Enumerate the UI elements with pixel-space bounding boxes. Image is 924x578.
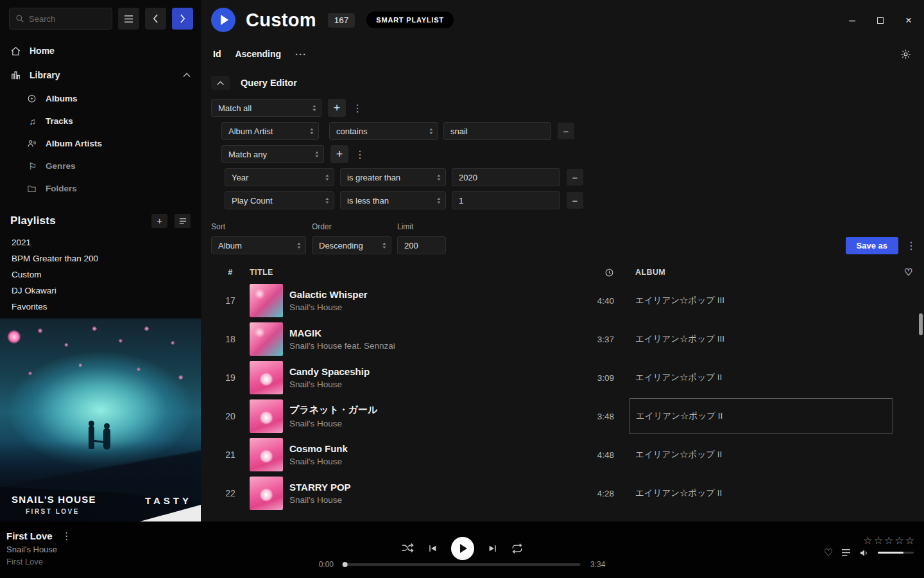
table-row[interactable]: 17 Galactic Whisper Snail's House 4:40 エ… — [211, 281, 924, 320]
collapse-chevron[interactable] — [183, 73, 191, 78]
sidebar-item-genres[interactable]: ⚐ Genres — [0, 155, 201, 177]
group-menu-button[interactable]: ⋮ — [355, 148, 363, 161]
match-any-select[interactable]: Match any ▲▼ — [221, 145, 324, 163]
star-icon[interactable]: ☆ — [894, 534, 904, 547]
rule-field-select[interactable]: Album Artist ▲▼ — [221, 122, 319, 140]
nav-back-button[interactable] — [145, 8, 166, 30]
limit-input[interactable] — [397, 236, 446, 254]
window-maximize-button[interactable] — [871, 13, 889, 28]
header-title[interactable]: TITLE — [250, 268, 569, 277]
list-icon — [179, 218, 187, 225]
nav-forward-button[interactable] — [172, 8, 193, 30]
table-row[interactable]: 21 Cosmo Funk Snail's House 4:48 エイリアン☆ポ… — [211, 435, 924, 474]
header-index[interactable]: # — [211, 268, 250, 277]
track-art-thumbnail[interactable] — [250, 322, 283, 356]
track-art-thumbnail[interactable] — [250, 477, 283, 510]
rule-value-input[interactable] — [452, 168, 560, 186]
sort-select[interactable]: Album ▲▼ — [211, 236, 306, 254]
playlist-item[interactable]: Favorites — [0, 299, 201, 315]
star-icon[interactable]: ☆ — [905, 534, 915, 547]
more-options-button[interactable]: ··· — [295, 49, 307, 60]
sort-field-button[interactable]: Id — [213, 49, 221, 59]
track-art-thumbnail[interactable] — [250, 438, 283, 471]
rule-value-input[interactable] — [443, 122, 551, 140]
table-row[interactable]: 19 Candy Spaceship Snail's House 3:09 エイ… — [211, 358, 924, 397]
sidebar-item-folders[interactable]: Folders — [0, 177, 201, 200]
track-album[interactable]: エイリアン☆ポップ II — [629, 475, 893, 511]
settings-button[interactable] — [900, 49, 911, 60]
repeat-button[interactable] — [511, 543, 523, 554]
rule-field-select[interactable]: Year ▲▼ — [225, 168, 334, 186]
shuffle-button[interactable] — [401, 543, 414, 554]
rule-menu-button[interactable]: ⋮ — [352, 102, 360, 114]
track-art-thumbnail[interactable] — [250, 284, 283, 317]
header-favorite[interactable]: ♡ — [893, 267, 924, 278]
table-scrollbar-thumb[interactable] — [919, 313, 923, 335]
star-icon[interactable]: ☆ — [863, 534, 873, 547]
rule-operator-select[interactable]: is less than ▲▼ — [340, 191, 446, 209]
track-art-thumbnail[interactable] — [250, 361, 283, 394]
playlist-item[interactable]: DJ Okawari — [0, 283, 201, 299]
seek-bar[interactable] — [343, 563, 581, 566]
select-arrows-icon: ▲▼ — [382, 241, 386, 249]
window-close-button[interactable]: × — [900, 13, 918, 28]
play-playlist-button[interactable] — [211, 8, 235, 32]
sidebar-item-albums[interactable]: Albums — [0, 87, 201, 110]
rule-value-input[interactable] — [452, 191, 560, 209]
volume-button[interactable] — [859, 548, 869, 558]
menu-button[interactable] — [118, 8, 139, 30]
previous-button[interactable] — [427, 543, 438, 554]
volume-slider[interactable] — [878, 552, 914, 554]
track-album[interactable]: エイリアン☆ポップ II — [629, 437, 893, 473]
rule-operator-select[interactable]: contains ▲▼ — [329, 122, 438, 140]
window-minimize-button[interactable]: – — [843, 13, 861, 28]
track-art-thumbnail[interactable] — [250, 399, 283, 433]
home-icon — [10, 46, 21, 57]
table-row[interactable]: 18 MAGIK Snail's House feat. Sennzai 3:3… — [211, 320, 924, 358]
add-rule-button[interactable]: + — [328, 99, 346, 117]
search-input[interactable] — [29, 14, 106, 24]
sidebar-item-home[interactable]: Home — [0, 39, 201, 63]
now-playing-album-art[interactable]: SNAIL'S HOUSE FIRST LOVE TASTY — [0, 319, 201, 521]
sidebar-item-tracks[interactable]: ♫ Tracks — [0, 110, 201, 132]
track-title: Galactic Whisper — [289, 289, 368, 300]
order-select[interactable]: Descending ▲▼ — [312, 236, 391, 254]
sidebar-item-album-artists[interactable]: Album Artists — [0, 132, 201, 155]
playlist-list-button[interactable] — [175, 214, 191, 228]
track-album[interactable]: エイリアン☆ポップ II — [629, 398, 893, 434]
header-duration[interactable] — [569, 268, 614, 277]
table-row[interactable]: 20 プラネット・ガール Snail's House 3:48 エイリアン☆ポッ… — [211, 397, 924, 435]
track-album[interactable]: エイリアン☆ポップ II — [629, 360, 893, 396]
remove-rule-button[interactable]: − — [567, 192, 583, 209]
star-icon[interactable]: ☆ — [874, 534, 884, 547]
query-editor-collapse-button[interactable] — [211, 76, 230, 90]
track-album[interactable]: エイリアン☆ポップ III — [629, 283, 893, 319]
star-icon[interactable]: ☆ — [884, 534, 894, 547]
remove-rule-button[interactable]: − — [567, 169, 583, 186]
remove-rule-button[interactable]: − — [558, 123, 574, 139]
seek-knob[interactable] — [343, 562, 348, 567]
playlist-item[interactable]: BPM Greater than 200 — [0, 250, 201, 267]
add-group-rule-button[interactable]: + — [330, 145, 348, 163]
art-album-name: FIRST LOVE — [26, 508, 80, 515]
now-playing-menu-button[interactable]: ⋮ — [62, 530, 69, 542]
save-as-button[interactable]: Save as — [846, 237, 898, 254]
track-album[interactable]: エイリアン☆ポップ III — [629, 321, 893, 357]
limit-label: Limit — [397, 222, 446, 231]
rule-operator-select[interactable]: is greater than ▲▼ — [340, 168, 446, 186]
play-pause-button[interactable] — [451, 537, 474, 560]
table-row[interactable]: 22 STARRY POP Snail's House 4:28 エイリアン☆ポ… — [211, 474, 924, 512]
next-button[interactable] — [488, 543, 498, 554]
add-playlist-button[interactable]: + — [151, 214, 167, 228]
header-album[interactable]: ALBUM — [629, 268, 893, 277]
favorite-button[interactable]: ♡ — [824, 547, 833, 559]
playlist-item[interactable]: 2021 — [0, 234, 201, 250]
search-box[interactable] — [9, 8, 112, 30]
rule-field-select[interactable]: Play Count ▲▼ — [225, 191, 334, 209]
queue-button[interactable] — [841, 548, 851, 557]
save-menu-button[interactable]: ⋮ — [906, 240, 914, 252]
sort-direction-button[interactable]: Ascending — [235, 49, 281, 59]
match-all-select[interactable]: Match all ▲▼ — [211, 99, 321, 117]
playlist-item[interactable]: Custom — [0, 267, 201, 283]
sidebar-item-library[interactable]: Library — [0, 63, 201, 87]
